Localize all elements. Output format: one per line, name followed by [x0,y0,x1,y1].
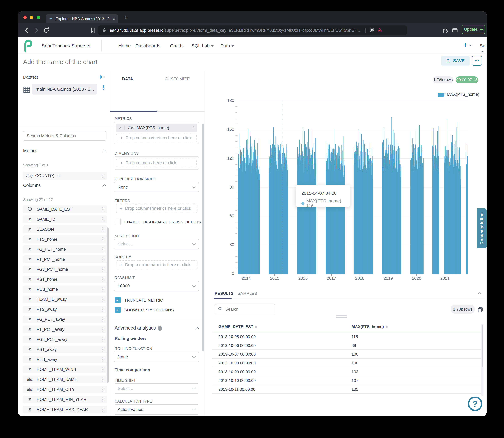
tab-manager-icon[interactable] [452,27,458,34]
new-tab-button[interactable]: + [124,13,128,21]
table-row[interactable]: 2013-10-09 00:00:00102 [212,367,481,376]
collapse-columns-icon[interactable] [103,184,106,188]
metrics-search-input[interactable] [26,133,101,138]
close-window-button[interactable] [23,16,27,19]
nav-dashboards[interactable]: Dashboards [135,43,160,48]
row-limit-select[interactable]: 10000 [114,281,199,291]
column-item[interactable]: GAME_DATE_EST [23,206,107,213]
dataset-selector[interactable]: main.NBA Games (2013 - 2... [32,84,97,95]
metric-chip[interactable]: × f(x) MAX(PTS_home) [116,123,197,132]
nav-home[interactable]: Home [118,43,131,48]
column-item[interactable]: #HOME_TEAM_WINS [23,366,107,373]
metrics-search[interactable] [23,131,106,141]
column-item[interactable]: #SEASON [23,225,107,233]
column-item[interactable]: #AST_home [23,275,107,283]
dataset-scrollbar[interactable] [107,228,109,383]
column-item[interactable]: #FG_PCT_home [23,245,107,253]
column-item[interactable]: #FG_PCT_away [23,316,107,323]
tab-results[interactable]: RESULTS [215,291,233,296]
tab-data[interactable]: DATA [122,77,133,81]
table-row[interactable]: 2013-10-08 00:00:00106 [212,359,481,367]
results-col-header-value[interactable]: MAX(PTS_home) [352,324,388,329]
show-empty-columns-checkbox[interactable]: ✓ [115,307,121,313]
resize-handle[interactable] [336,315,347,316]
nav-charts[interactable]: Charts [170,43,184,48]
drag-handle-icon[interactable] [102,207,104,211]
drag-handle-icon[interactable] [102,257,104,261]
drag-handle-icon[interactable] [102,247,104,251]
tab-samples[interactable]: SAMPLES [238,291,257,296]
nav-sql-lab[interactable]: SQL Lab [191,43,213,48]
results-search-input[interactable] [225,307,272,312]
new-item-plus-button[interactable]: + [463,41,472,49]
drag-handle-icon[interactable] [102,217,104,221]
controls-scrollbar[interactable] [202,123,204,351]
resize-handle[interactable] [336,317,347,318]
drag-handle-icon[interactable] [102,318,104,321]
drag-handle-icon[interactable] [102,267,104,271]
chevron-right-icon[interactable] [192,126,195,129]
reload-icon[interactable] [43,27,50,34]
time-shift-select[interactable]: Select ... [114,383,199,394]
preset-logo[interactable] [23,40,33,53]
bar-chart[interactable] [238,100,468,275]
minimize-window-button[interactable] [30,16,33,19]
results-scrollbar-thumb[interactable] [482,325,483,367]
drop-metrics-zone[interactable]: +Drop columns/metrics here or click [116,134,197,142]
column-item[interactable]: #PTS_home [23,235,107,243]
url-bar[interactable]: ea4875dd.us2a.app.preset.io /superset/ex… [98,25,407,35]
cross-filters-checkbox[interactable] [115,219,121,225]
column-item[interactable]: #AST_away [23,346,107,353]
column-item[interactable]: #REB_away [23,356,107,363]
tab-customize[interactable]: CUSTOMIZE [165,77,190,81]
brave-shields-icon[interactable] [369,27,375,33]
extensions-puzzle-icon[interactable] [442,27,449,34]
table-row[interactable]: 2013-10-11 00:00:00105 [212,385,481,394]
column-item[interactable]: #FG3_PCT_home [23,265,107,273]
collapse-advanced-icon[interactable] [195,327,199,331]
drop-filters-zone[interactable]: +Drop columns/metrics here or click [116,204,197,213]
collapse-panel-icon[interactable] [98,74,105,81]
drag-handle-icon[interactable] [102,367,104,372]
table-row[interactable]: 2013-10-06 00:00:0088 [212,341,481,350]
legend-swatch[interactable] [438,93,444,97]
column-item[interactable]: #TEAM_ID_away [23,296,107,303]
drop-sort-zone[interactable]: +Drop a column/metric here or click [116,260,197,269]
results-scrollbar-track[interactable] [481,324,483,396]
tab-close-icon[interactable]: × [113,16,115,21]
table-row[interactable]: 2013-10-10 00:00:00107 [212,376,481,385]
settings-menu[interactable]: Settings [480,43,487,54]
drag-handle-icon[interactable] [102,237,104,241]
drag-handle-icon[interactable] [102,387,104,392]
remove-metric-icon[interactable]: × [116,125,125,130]
drag-handle-icon[interactable] [102,174,104,178]
help-button[interactable]: ? [468,397,482,411]
dataset-options-icon[interactable]: ⋮ [101,84,107,91]
column-item[interactable]: abcHOME_TEAM_CITY [23,386,107,393]
drag-handle-icon[interactable] [102,407,104,412]
table-row[interactable]: 2013-10-05 00:00:00115 [212,332,481,341]
maximize-window-button[interactable] [37,16,40,19]
drag-handle-icon[interactable] [102,227,104,231]
browser-tab[interactable]: Explore - NBA Games (2013 - 2 × [46,14,118,23]
nav-data[interactable]: Data [220,43,234,48]
drag-handle-icon[interactable] [102,307,104,311]
bookmark-icon[interactable] [89,27,96,34]
drag-handle-icon[interactable] [102,287,104,291]
more-options-button[interactable]: ··· [472,56,482,66]
column-item[interactable]: #PTS_away [23,306,107,313]
results-col-header-date[interactable]: GAME_DATE_EST [219,324,257,329]
advanced-analytics-title[interactable]: Advanced analyticsi [115,325,162,331]
calculation-type-select[interactable]: Actual values [114,405,199,415]
legend-label[interactable]: MAX(PTS_home) [447,92,479,97]
copy-icon[interactable] [477,307,483,313]
browser-update-button[interactable]: Update [462,25,485,34]
column-item[interactable]: #FT_PCT_away [23,326,107,333]
metric-count-item[interactable]: f(x) COUNT(*) [23,172,107,180]
drag-handle-icon[interactable] [102,297,104,301]
brave-rewards-triangle-icon[interactable] [377,27,383,33]
column-item[interactable]: #HOME_TEAM_MAX_YEAR [23,406,107,413]
chart-title-input[interactable] [23,57,208,67]
column-item[interactable]: #FT_PCT_home [23,255,107,263]
collapse-results-icon[interactable] [478,292,481,296]
